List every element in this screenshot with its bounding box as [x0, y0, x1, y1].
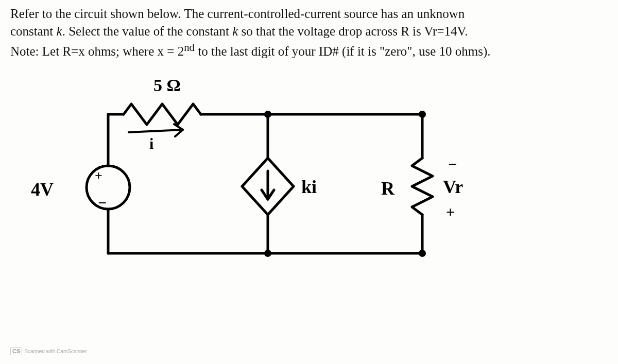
constant-k-1: k: [57, 24, 62, 38]
text-line-3a: Note: Let R=x ohms; where x = 2: [10, 44, 184, 58]
svg-point-4: [419, 250, 426, 257]
svg-point-2: [419, 111, 426, 118]
svg-point-3: [264, 250, 271, 257]
current-i-label: i: [149, 135, 153, 152]
text-line-2b: . Select the value of the constant: [62, 24, 232, 38]
voltage-source-label: 4V: [31, 179, 54, 200]
circuit-diagram: 5 Ω i + − 4V ki R Vr − +: [21, 76, 484, 297]
vr-plus-label: +: [446, 203, 455, 221]
text-line-1: Refer to the circuit shown below. The cu…: [10, 7, 465, 21]
source-plus-label: +: [95, 168, 102, 184]
page: Refer to the circuit shown below. The cu…: [10, 5, 608, 355]
scanner-watermark: CS Scanned with CamScanner: [10, 347, 87, 355]
vr-label: Vr: [443, 176, 463, 198]
constant-k-2: k: [232, 24, 238, 38]
svg-point-0: [87, 166, 130, 209]
problem-statement: Refer to the circuit shown below. The cu…: [10, 5, 608, 60]
text-line-3b: to the last digit of your ID# (if it is …: [195, 44, 491, 58]
dependent-source-ki-label: ki: [301, 176, 317, 198]
text-line-2c: so that the voltage drop across R is Vr=…: [238, 24, 468, 38]
resistor-5ohm-label: 5 Ω: [153, 76, 181, 95]
cs-icon: CS: [10, 347, 22, 355]
circuit-svg: [21, 76, 484, 297]
text-line-2a: constant: [10, 24, 57, 38]
watermark-text: Scanned with CamScanner: [24, 349, 87, 354]
source-minus-label: −: [98, 194, 107, 212]
resistor-R-label: R: [381, 178, 394, 199]
vr-minus-label: −: [448, 155, 457, 173]
svg-point-1: [264, 111, 271, 118]
superscript-nd: nd: [184, 41, 195, 54]
